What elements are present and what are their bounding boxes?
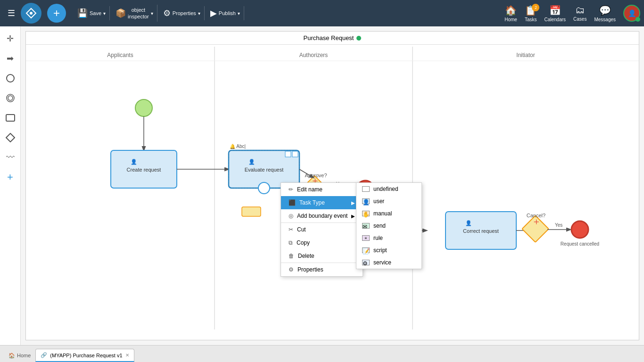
online-indicator [636,17,640,22]
submenu-send[interactable]: ✉ send [356,220,421,232]
svg-text:Create request: Create request [127,167,161,173]
svg-rect-26 [242,207,261,216]
publish-icon: ▶ [210,8,217,18]
cut-icon: ✂ [289,226,293,233]
svg-point-0 [30,12,33,15]
app-logo [21,3,41,24]
rect-tool[interactable] [2,109,19,126]
home-tab[interactable]: 🏠 Home [4,349,35,362]
toolbar-right: 🏠 Home 📋 2 Tasks 📅 Calendars 🗂 Cases 💬 M… [504,5,640,22]
user-type-icon: 👤 [362,198,370,204]
save-group[interactable]: 💾 Save ▾ [74,6,110,20]
svg-point-3 [8,96,13,100]
task-type-submenu: undefined 👤 user ✋ manual ✉ send ≡ rule [356,182,422,269]
diagram-canvas[interactable]: Purchase Request Applicants Authorizers … [21,26,644,345]
add-element-tool[interactable]: + [2,169,19,186]
bottom-tabs: 🏠 Home 🔗 (MYAPP) Purchase Request v1 ✕ [0,345,644,362]
submenu-arrow: ▶ [351,200,355,206]
messages-label: Messages [594,17,616,22]
menu-edit-name[interactable]: ✏ Edit name [281,183,363,196]
menu-task-type[interactable]: ⬛ Task Type ▶ [281,196,363,209]
cases-icon: 🗂 [575,5,585,16]
properties-icon: ⚙ [163,8,171,18]
object-inspector-group[interactable]: 📦 objectinspector ▾ [112,5,157,22]
task-type-icon: ⬛ [289,199,296,206]
hamburger-menu[interactable]: ☰ [4,4,19,22]
svg-text:🔔 Abc|: 🔔 Abc| [230,143,246,149]
diamond-tool[interactable] [2,129,19,146]
arrow-tool[interactable]: ➡ [2,50,19,67]
context-menu: ✏ Edit name ⬛ Task Type ▶ ◎ Add boundary… [281,182,363,277]
svg-rect-23 [285,151,291,157]
home-label: Home [504,17,517,22]
svg-point-1 [7,74,14,82]
wave-tool[interactable]: 〰 [2,149,19,166]
svg-text:Applicants: Applicants [107,52,133,58]
move-tool[interactable]: ✛ [2,30,19,47]
svg-text:Authorizers: Authorizers [299,52,328,58]
submenu-rule[interactable]: ≡ rule [356,232,421,244]
edit-icon: ✏ [289,186,293,193]
menu-cut[interactable]: ✂ Cut [281,223,363,236]
calendars-label: Calendars [544,17,566,22]
tasks-nav[interactable]: 📋 2 Tasks [525,5,537,22]
svg-text:Cancel?: Cancel? [527,213,545,218]
diagram-title: Purchase Request [26,32,639,45]
manual-type-icon: ✋ [362,211,370,216]
save-label: Save [90,10,101,16]
toolbar: ☰ + 💾 Save ▾ 📦 objectinspector ▾ ⚙ Prope… [0,0,644,26]
send-type-icon: ✉ [362,223,370,229]
user-avatar-container[interactable]: 👤 [623,5,640,22]
submenu-service[interactable]: ⚙ service [356,256,421,269]
properties-menu-icon: ⚙ [289,266,294,273]
status-dot [356,36,361,41]
delete-icon: 🗑 [289,253,294,259]
calendars-icon: 📅 [549,5,561,16]
svg-text:Approve?: Approve? [305,173,327,178]
tasks-label: Tasks [525,17,537,22]
save-icon: 💾 [77,8,88,18]
svg-point-12 [135,99,152,116]
calendars-nav[interactable]: 📅 Calendars [544,5,566,22]
svg-marker-5 [6,133,15,142]
menu-delete[interactable]: 🗑 Delete [281,249,363,263]
menu-add-boundary[interactable]: ◎ Add boundary event ▶ [281,209,363,222]
cases-nav[interactable]: 🗂 Cases [573,5,586,22]
messages-nav[interactable]: 💬 Messages [594,5,616,22]
menu-properties[interactable]: ⚙ Properties [281,263,363,276]
properties-group[interactable]: ⚙ Properties ▾ [159,6,205,20]
object-inspector-chevron: ▾ [151,11,153,16]
add-button[interactable]: + [47,4,66,23]
svg-text:👤: 👤 [131,158,137,165]
undefined-icon [362,186,370,192]
submenu-undefined[interactable]: undefined [356,183,421,195]
svg-text:👤: 👤 [465,220,472,226]
svg-point-45 [571,221,588,238]
oval-tool[interactable] [2,90,19,107]
circle-tool[interactable] [2,70,19,87]
cases-label: Cases [573,16,586,22]
menu-copy[interactable]: ⧉ Copy [281,236,363,249]
close-tab-button[interactable]: ✕ [125,353,129,358]
purchase-request-tab[interactable]: 🔗 (MYAPP) Purchase Request v1 ✕ [35,349,134,362]
svg-text:Correct request: Correct request [463,228,499,234]
publish-chevron: ▾ [238,11,240,16]
tasks-badge: 2 [532,4,539,11]
tab-workflow-icon: 🔗 [41,352,47,358]
boundary-icon: ◎ [289,213,293,219]
svg-text:Request cancelled: Request cancelled [561,241,599,247]
home-nav[interactable]: 🏠 Home [504,5,517,22]
script-type-icon: 📝 [362,247,370,253]
main-area: ✛ ➡ 〰 + Purchase Request [0,26,644,345]
messages-icon: 💬 [599,5,611,16]
service-type-icon: ⚙ [362,260,370,265]
submenu-manual[interactable]: ✋ manual [356,207,421,220]
diagram: Purchase Request Applicants Authorizers … [25,31,639,340]
publish-group[interactable]: ▶ Publish ▾ [206,6,244,20]
submenu-user[interactable]: 👤 user [356,195,421,207]
svg-point-25 [258,182,270,194]
tab-label: (MYAPP) Purchase Request v1 [50,353,122,358]
home-icon: 🏠 [505,5,517,16]
submenu-script[interactable]: 📝 script [356,244,421,256]
svg-text:Initiator: Initiator [516,52,535,58]
